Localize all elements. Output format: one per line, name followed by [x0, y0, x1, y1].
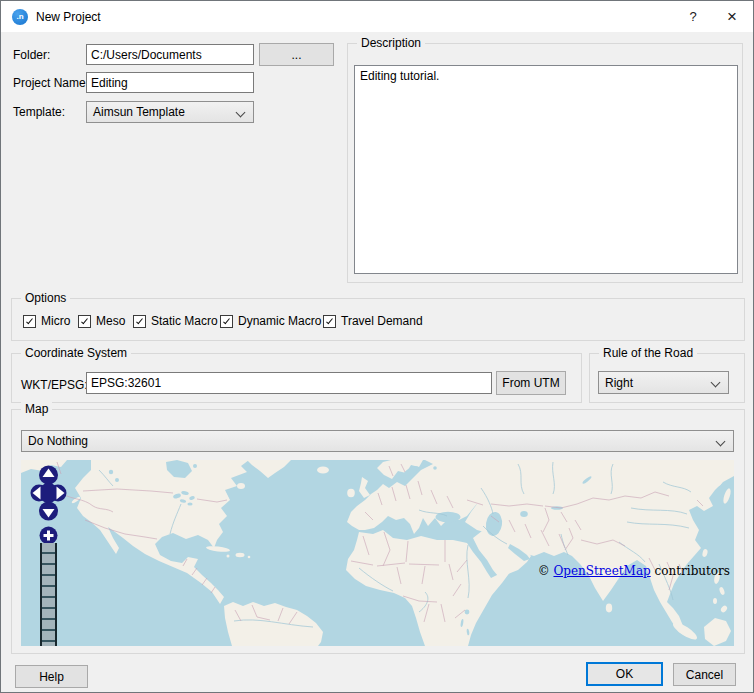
help-button[interactable]: Help	[15, 665, 88, 688]
checkbox-micro[interactable]: Micro	[23, 314, 70, 328]
attribution-suffix: contributors	[651, 564, 730, 578]
description-group-label: Description	[357, 36, 425, 50]
checkbox-box[interactable]	[323, 315, 336, 328]
checkmark-icon	[136, 316, 143, 323]
checkbox-label: Static Macro	[151, 314, 218, 328]
world-map	[21, 460, 734, 646]
checkbox-label: Micro	[41, 314, 70, 328]
checkmark-icon	[223, 316, 230, 323]
checkbox-label: Meso	[96, 314, 125, 328]
checkbox-box[interactable]	[220, 315, 233, 328]
template-dropdown[interactable]: Aimsun Template	[86, 101, 254, 123]
chevron-down-icon	[236, 108, 246, 118]
map-pan-control[interactable]	[30, 465, 67, 521]
checkbox-box[interactable]	[133, 315, 146, 328]
close-button[interactable]: ×	[715, 1, 749, 32]
checkbox-static-macro[interactable]: Static Macro	[133, 314, 218, 328]
map-attribution: © OpenStreetMap contributors	[538, 564, 730, 578]
project-name-label: Project Name:	[13, 76, 89, 90]
checkbox-box[interactable]	[23, 315, 36, 328]
template-selected-value: Aimsun Template	[93, 105, 185, 119]
map-action-selected-value: Do Nothing	[28, 434, 88, 448]
browse-button[interactable]: ...	[259, 43, 334, 66]
checkmark-icon	[326, 316, 333, 323]
description-textarea[interactable]: Editing tutorial.	[354, 65, 738, 274]
description-group: Description Editing tutorial.	[347, 43, 743, 283]
checkmark-icon	[81, 316, 88, 323]
chevron-down-icon	[716, 437, 726, 447]
wkt-epsg-label: WKT/EPSG:	[21, 378, 88, 392]
checkbox-label: Dynamic Macro	[238, 314, 321, 328]
attribution-prefix: ©	[538, 564, 554, 578]
rule-of-the-road-group-label: Rule of the Road	[599, 346, 697, 360]
chevron-down-icon	[711, 378, 721, 388]
folder-label: Folder:	[13, 48, 50, 62]
cancel-button[interactable]: Cancel	[673, 663, 736, 686]
new-project-dialog: .n New Project ? × Folder: ... Project N…	[0, 0, 754, 693]
options-group: Options Micro Meso Static Macro Dynamic …	[11, 298, 745, 341]
checkbox-travel-demand[interactable]: Travel Demand	[323, 314, 423, 328]
map-action-dropdown[interactable]: Do Nothing	[21, 430, 734, 452]
aimsun-logo-icon: .n	[12, 9, 28, 25]
checkmark-icon	[26, 316, 33, 323]
project-name-input[interactable]	[86, 72, 254, 93]
coordinate-system-group-label: Coordinate System	[21, 346, 131, 360]
checkbox-label: Travel Demand	[341, 314, 423, 328]
template-label: Template:	[13, 105, 65, 119]
window-title: New Project	[36, 10, 101, 24]
openstreetmap-link[interactable]: OpenStreetMap	[553, 564, 650, 578]
checkbox-dynamic-macro[interactable]: Dynamic Macro	[220, 314, 321, 328]
ok-button[interactable]: OK	[586, 662, 663, 686]
wkt-epsg-input[interactable]	[86, 372, 492, 394]
from-utm-button[interactable]: From UTM	[496, 371, 566, 395]
map-zoom-slider[interactable]	[40, 543, 57, 646]
map-group-label: Map	[21, 402, 52, 416]
options-group-label: Options	[21, 291, 70, 305]
titlebar: .n New Project ? ×	[1, 1, 753, 32]
rule-of-the-road-dropdown[interactable]: Right	[598, 371, 729, 394]
checkbox-box[interactable]	[78, 315, 91, 328]
map-viewport[interactable]: © OpenStreetMap contributors	[21, 460, 734, 646]
rule-selected-value: Right	[605, 376, 633, 390]
folder-input[interactable]	[86, 44, 254, 65]
checkbox-meso[interactable]: Meso	[78, 314, 125, 328]
help-titlebar-button[interactable]: ?	[677, 1, 709, 32]
